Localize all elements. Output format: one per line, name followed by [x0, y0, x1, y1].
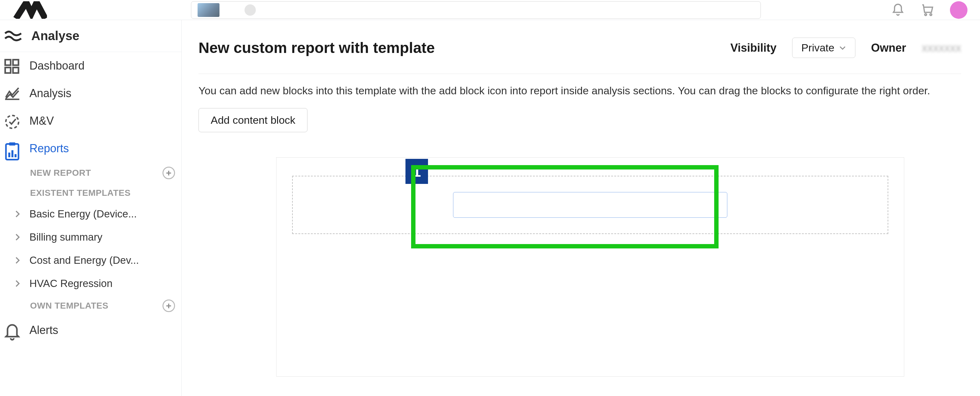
chevron-down-icon: [839, 44, 846, 52]
template-item-hvac-regression[interactable]: HVAC Regression: [0, 272, 181, 295]
sidebar-section-label: Analyse: [31, 29, 79, 43]
sidebar-item-alerts[interactable]: Alerts: [0, 316, 181, 344]
app-logo[interactable]: [13, 1, 47, 19]
sidebar: Analyse Dashboard Analysis M&V Reports: [0, 20, 181, 396]
svg-rect-5: [13, 68, 19, 73]
template-item-cost-energy[interactable]: Cost and Energy (Dev...: [0, 249, 181, 272]
svg-rect-9: [8, 153, 10, 157]
sidebar-subhead-new-report[interactable]: NEW REPORT +: [0, 162, 181, 184]
analyse-wave-icon: [5, 30, 22, 42]
report-title-input[interactable]: [453, 192, 727, 218]
sidebar-item-label: Alerts: [29, 324, 58, 337]
cart-icon[interactable]: [921, 3, 934, 17]
chevron-right-icon: [13, 279, 22, 288]
page-description: You can add new blocks into this templat…: [199, 74, 961, 108]
sidebar-subhead-existent-templates: EXISTENT TEMPLATES: [0, 184, 181, 203]
owner-label: Owner: [871, 42, 906, 54]
sidebar-subhead-label: NEW REPORT: [30, 168, 91, 178]
svg-point-0: [925, 14, 927, 16]
visibility-dropdown[interactable]: Private: [792, 38, 855, 58]
notification-bell-icon[interactable]: [891, 3, 905, 17]
main-content: New custom report with template Visibili…: [181, 20, 980, 396]
add-block-label: Add content block: [211, 114, 295, 126]
svg-rect-3: [13, 60, 19, 65]
sidebar-subhead-label: OWN TEMPLATES: [30, 301, 108, 311]
sidebar-item-label: M&V: [29, 114, 54, 128]
visibility-value: Private: [801, 42, 834, 54]
title-drop-zone[interactable]: 1: [292, 176, 888, 234]
svg-rect-2: [5, 60, 11, 65]
context-selector[interactable]: [191, 1, 761, 19]
page-header-controls: Visibility Private Owner xxxxxxx: [730, 38, 961, 58]
user-avatar[interactable]: [950, 1, 967, 19]
svg-rect-4: [5, 68, 11, 73]
dashboard-grid-icon: [5, 59, 20, 73]
svg-point-6: [6, 116, 19, 128]
plus-icon[interactable]: +: [162, 167, 175, 179]
owner-value: xxxxxxx: [922, 42, 961, 54]
sidebar-subhead-label: EXISTENT TEMPLATES: [30, 188, 130, 198]
sidebar-item-label: Analysis: [29, 87, 72, 100]
topbar-actions: [891, 0, 967, 20]
svg-point-1: [930, 14, 932, 16]
template-item-label: Billing summary: [29, 231, 102, 243]
template-item-billing-summary[interactable]: Billing summary: [0, 225, 181, 249]
reports-clipboard-icon: [5, 142, 20, 155]
chevron-right-icon: [13, 209, 22, 218]
alerts-bell-icon: [5, 323, 20, 337]
visibility-label: Visibility: [730, 42, 776, 54]
mv-check-icon: [5, 114, 20, 128]
plus-icon[interactable]: +: [162, 300, 175, 312]
template-item-label: HVAC Regression: [29, 278, 112, 289]
svg-rect-8: [9, 142, 15, 146]
analysis-chart-icon: [5, 86, 20, 100]
sidebar-section-analyse[interactable]: Analyse: [0, 20, 181, 52]
chevron-right-icon: [13, 256, 22, 265]
page-title: New custom report with template: [199, 39, 435, 56]
svg-rect-10: [11, 150, 13, 158]
template-item-label: Basic Energy (Device...: [29, 208, 137, 220]
sidebar-item-reports[interactable]: Reports: [0, 135, 181, 162]
page-header: New custom report with template Visibili…: [199, 38, 961, 74]
template-item-basic-energy[interactable]: Basic Energy (Device...: [0, 203, 181, 225]
annotation-badge-number: 1: [413, 163, 421, 180]
site-thumbnail-icon: [197, 3, 220, 17]
sidebar-item-mv[interactable]: M&V: [0, 107, 181, 135]
globe-icon: [245, 5, 256, 16]
add-content-block-button[interactable]: Add content block: [199, 108, 307, 132]
sidebar-subhead-own-templates[interactable]: OWN TEMPLATES +: [0, 295, 181, 316]
svg-rect-11: [15, 154, 17, 157]
sidebar-item-label: Dashboard: [29, 59, 84, 72]
report-canvas: 1: [276, 157, 904, 377]
topbar: [0, 0, 980, 20]
sidebar-item-analysis[interactable]: Analysis: [0, 80, 181, 107]
chevron-right-icon: [13, 233, 22, 241]
annotation-badge: 1: [406, 159, 428, 184]
sidebar-item-label: Reports: [29, 142, 69, 155]
sidebar-item-dashboard[interactable]: Dashboard: [0, 52, 181, 80]
template-item-label: Cost and Energy (Dev...: [29, 254, 139, 266]
